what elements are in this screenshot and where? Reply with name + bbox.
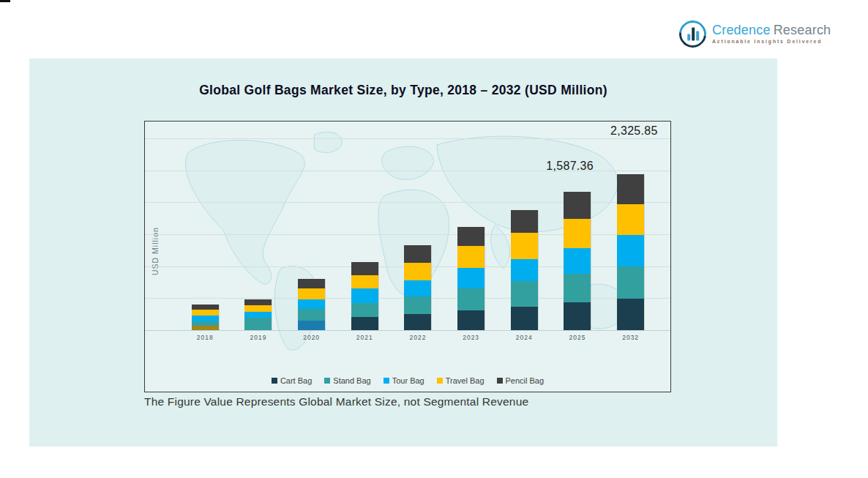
bar-segment-tour-bag [457, 268, 484, 288]
bar-segment-tour-bag [617, 235, 644, 266]
x-tick-2032: 2032 [604, 334, 657, 341]
bar-segment-cart-bag [192, 326, 219, 330]
bar-segment-travel-bag [192, 310, 219, 315]
bar-segment-stand-bag [457, 288, 484, 310]
bar-segment-travel-bag [298, 288, 325, 299]
bar-segment-pencil-bag [511, 210, 538, 233]
bar-slot-2032 [604, 122, 657, 330]
bar-segment-cart-bag [457, 310, 484, 330]
stacked-bar-2032 [617, 174, 644, 330]
bar-slot-2023 [444, 122, 498, 330]
y-axis-label: USD Million [151, 198, 160, 305]
legend-label: Pencil Bag [506, 376, 545, 385]
bar-segment-stand-bag [564, 274, 591, 302]
bar-segment-travel-bag [404, 263, 431, 280]
stacked-bar-2022 [404, 245, 431, 330]
bar-segment-tour-bag [192, 315, 219, 321]
bar-segment-cart-bag [564, 302, 591, 330]
legend-marker [324, 378, 330, 384]
bar-segment-stand-bag [244, 318, 272, 330]
bar-segment-stand-bag [511, 281, 538, 307]
bar-segment-travel-bag [457, 246, 484, 268]
legend-marker [272, 378, 277, 384]
legend-label: Cart Bag [280, 376, 312, 385]
bar-slot-2025 [551, 122, 605, 330]
bar-slot-2020 [285, 122, 338, 330]
bar-segment-tour-bag [351, 288, 378, 303]
bar-slot-2018 [179, 122, 232, 330]
bar-segment-stand-bag [617, 266, 644, 299]
logo-brand-primary: Credence [712, 23, 771, 37]
bar-segment-tour-bag [564, 248, 591, 274]
corner-artifact [0, 0, 10, 2]
x-tick-2022: 2022 [392, 334, 445, 341]
stacked-bar-2019 [244, 299, 272, 330]
figure-note: The Figure Value Represents Global Marke… [144, 395, 528, 408]
x-tick-2024: 2024 [498, 334, 551, 341]
legend: Cart BagStand BagTour BagTravel BagPenci… [145, 376, 670, 385]
stacked-bar-2024 [511, 210, 538, 330]
bar-segment-pencil-bag [564, 192, 591, 219]
bar-segment-cart-bag [511, 307, 538, 330]
bar-slot-2021 [338, 122, 392, 330]
bar-segment-cart-bag [404, 314, 431, 330]
bar-segment-cart-bag [298, 321, 325, 330]
bar-segment-stand-bag [404, 296, 431, 314]
logo-tagline: Actionable Insights Delivered [712, 39, 831, 44]
legend-marker [497, 378, 503, 384]
x-axis-line [145, 330, 670, 331]
bar-segment-travel-bag [564, 219, 591, 248]
bar-segment-pencil-bag [404, 245, 431, 263]
bar-segment-travel-bag [244, 305, 272, 312]
bar-segment-tour-bag [244, 312, 272, 318]
legend-item-pencil-bag: Pencil Bag [497, 376, 545, 385]
x-tick-2019: 2019 [232, 334, 285, 341]
bar-chart-circle-icon [674, 15, 712, 53]
stacked-bar-2023 [457, 227, 484, 330]
slide-page: CredenceResearch Actionable Insights Del… [0, 0, 868, 478]
bar-segment-cart-bag [617, 299, 644, 330]
legend-label: Travel Bag [446, 376, 484, 385]
bar-segment-tour-bag [298, 299, 325, 309]
bar-segment-pencil-bag [244, 299, 272, 305]
bar-segment-pencil-bag [298, 279, 325, 288]
bar-segment-pencil-bag [457, 227, 484, 246]
x-tick-2018: 2018 [179, 334, 232, 341]
logo-text: CredenceResearch Actionable Insights Del… [712, 20, 831, 44]
bar-segment-pencil-bag [617, 174, 644, 204]
legend-label: Stand Bag [333, 376, 370, 385]
bar-segment-pencil-bag [351, 262, 378, 275]
stacked-bar-2018 [192, 305, 219, 330]
stacked-bar-2025 [564, 192, 591, 330]
logo-brand-secondary: Research [774, 23, 831, 37]
legend-item-cart-bag: Cart Bag [272, 376, 312, 385]
stacked-bar-2021 [351, 262, 378, 330]
chart-title: Global Golf Bags Market Size, by Type, 2… [29, 83, 777, 98]
bar-segment-tour-bag [511, 259, 538, 281]
bar-segment-cart-bag [351, 317, 378, 330]
bar-segment-travel-bag [511, 233, 538, 259]
bar-segment-pencil-bag [192, 305, 219, 310]
legend-item-travel-bag: Travel Bag [437, 376, 484, 385]
bar-segment-tour-bag [404, 280, 431, 296]
plot-area: 201820192020202120222023202420252032 [179, 122, 657, 330]
x-tick-2023: 2023 [444, 334, 498, 341]
x-tick-2020: 2020 [285, 334, 338, 341]
chart-box: USD Million 2018201920202021202220232024… [144, 121, 671, 392]
bar-slot-2019 [232, 122, 285, 330]
data-label-2032: 2,325.85 [610, 124, 658, 138]
legend-label: Tour Bag [392, 376, 424, 385]
x-tick-2025: 2025 [551, 334, 605, 341]
stacked-bar-2020 [298, 279, 325, 330]
bar-segment-travel-bag [617, 204, 644, 235]
legend-marker [384, 378, 389, 384]
bar-segment-stand-bag [298, 309, 325, 321]
legend-marker [437, 378, 443, 384]
bar-slot-2024 [498, 122, 551, 330]
bar-slot-2022 [392, 122, 445, 330]
bar-segment-stand-bag [351, 303, 378, 317]
chart-panel: Global Golf Bags Market Size, by Type, 2… [29, 59, 777, 447]
legend-item-tour-bag: Tour Bag [384, 376, 424, 385]
credence-research-logo: CredenceResearch Actionable Insights Del… [679, 20, 831, 48]
x-tick-2021: 2021 [338, 334, 392, 341]
